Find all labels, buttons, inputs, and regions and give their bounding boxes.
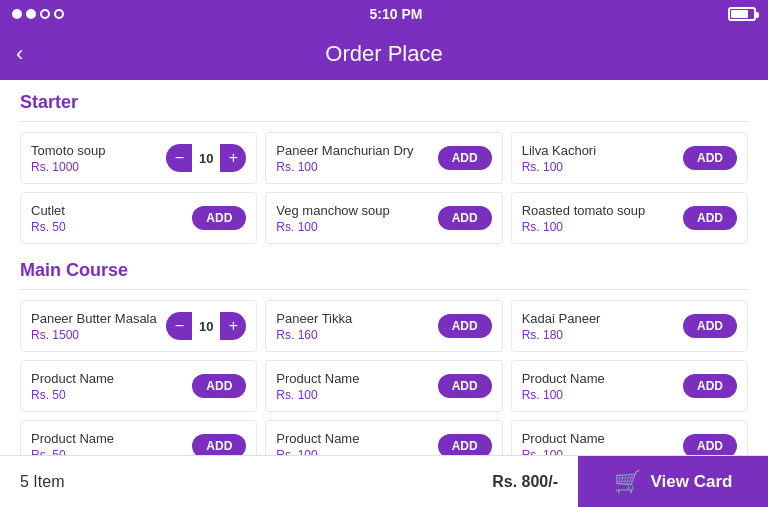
dot-1 [12,9,22,19]
item-price-veg-manchow: Rs. 100 [276,220,389,234]
add-btn-product-3[interactable]: ADD [683,374,737,398]
item-card-cutlet: CutletRs. 50ADD [20,192,257,244]
item-price-tomoto-soup: Rs. 1000 [31,160,105,174]
add-btn-product-6[interactable]: ADD [683,434,737,455]
footer-price: Rs. 800/- [492,473,578,491]
item-card-product-3: Product NameRs. 100ADD [511,360,748,412]
plus-btn-tomoto-soup[interactable]: + [220,144,246,172]
item-price-kadai-paneer: Rs. 180 [522,328,601,342]
item-name-paneer-tikka: Paneer Tikka [276,311,352,326]
view-card-label: View Card [651,472,733,492]
item-name-product-4: Product Name [31,431,114,446]
dot-2 [26,9,36,19]
add-btn-roasted-tomato[interactable]: ADD [683,206,737,230]
item-card-kadai-paneer: Kadai PaneerRs. 180ADD [511,300,748,352]
section-0: StarterTomoto soupRs. 1000−10+Paneer Man… [20,92,748,244]
item-card-product-2: Product NameRs. 100ADD [265,360,502,412]
items-grid-0: Tomoto soupRs. 1000−10+Paneer Manchurian… [20,132,748,244]
minus-btn-tomoto-soup[interactable]: − [166,144,192,172]
item-card-product-5: Product NameRs. 100ADD [265,420,502,455]
item-card-lilva-kachori: Lilva KachoriRs. 100ADD [511,132,748,184]
item-card-paneer-butter: Paneer Butter MasalaRs. 1500−10+ [20,300,257,352]
view-card-button[interactable]: 🛒 View Card [578,456,768,508]
item-info-paneer-manchurian: Paneer Manchurian DryRs. 100 [276,143,413,174]
add-btn-product-5[interactable]: ADD [438,434,492,455]
item-info-veg-manchow: Veg manchow soupRs. 100 [276,203,389,234]
item-price-paneer-manchurian: Rs. 100 [276,160,413,174]
add-btn-product-4[interactable]: ADD [192,434,246,455]
dot-3 [40,9,50,19]
item-price-paneer-tikka: Rs. 160 [276,328,352,342]
section-1: Main CoursePaneer Butter MasalaRs. 1500−… [20,260,748,455]
item-info-lilva-kachori: Lilva KachoriRs. 100 [522,143,596,174]
add-btn-cutlet[interactable]: ADD [192,206,246,230]
footer: 5 Item Rs. 800/- 🛒 View Card [0,455,768,507]
item-info-kadai-paneer: Kadai PaneerRs. 180 [522,311,601,342]
add-btn-paneer-manchurian[interactable]: ADD [438,146,492,170]
item-card-paneer-tikka: Paneer TikkaRs. 160ADD [265,300,502,352]
add-btn-kadai-paneer[interactable]: ADD [683,314,737,338]
add-btn-paneer-tikka[interactable]: ADD [438,314,492,338]
item-price-roasted-tomato: Rs. 100 [522,220,646,234]
item-name-product-5: Product Name [276,431,359,446]
qty-ctrl-tomoto-soup: −10+ [166,144,246,172]
signal-dots [12,9,64,19]
item-price-product-4: Rs. 50 [31,448,114,456]
item-info-product-6: Product NameRs. 100 [522,431,605,456]
battery-icon [728,7,756,21]
page-title: Order Place [325,41,442,67]
add-btn-lilva-kachori[interactable]: ADD [683,146,737,170]
qty-ctrl-paneer-butter: −10+ [166,312,246,340]
item-info-product-5: Product NameRs. 100 [276,431,359,456]
content-area: StarterTomoto soupRs. 1000−10+Paneer Man… [0,80,768,455]
item-info-roasted-tomato: Roasted tomato soupRs. 100 [522,203,646,234]
item-price-product-2: Rs. 100 [276,388,359,402]
item-info-product-4: Product NameRs. 50 [31,431,114,456]
item-name-product-6: Product Name [522,431,605,446]
item-info-paneer-butter: Paneer Butter MasalaRs. 1500 [31,311,157,342]
add-btn-product-1[interactable]: ADD [192,374,246,398]
item-name-veg-manchow: Veg manchow soup [276,203,389,218]
item-price-lilva-kachori: Rs. 100 [522,160,596,174]
add-btn-veg-manchow[interactable]: ADD [438,206,492,230]
item-name-product-3: Product Name [522,371,605,386]
item-price-product-3: Rs. 100 [522,388,605,402]
item-count: 5 Item [20,473,64,490]
items-grid-1: Paneer Butter MasalaRs. 1500−10+Paneer T… [20,300,748,455]
item-card-roasted-tomato: Roasted tomato soupRs. 100ADD [511,192,748,244]
item-info-cutlet: CutletRs. 50 [31,203,66,234]
item-name-product-2: Product Name [276,371,359,386]
plus-btn-paneer-butter[interactable]: + [220,312,246,340]
item-card-product-1: Product NameRs. 50ADD [20,360,257,412]
section-title-1: Main Course [20,260,748,290]
item-name-paneer-butter: Paneer Butter Masala [31,311,157,326]
item-price-cutlet: Rs. 50 [31,220,66,234]
item-info-product-2: Product NameRs. 100 [276,371,359,402]
item-name-kadai-paneer: Kadai Paneer [522,311,601,326]
header: ‹ Order Place [0,28,768,80]
item-info-product-1: Product NameRs. 50 [31,371,114,402]
item-info-tomoto-soup: Tomoto soupRs. 1000 [31,143,105,174]
item-card-tomoto-soup: Tomoto soupRs. 1000−10+ [20,132,257,184]
section-title-0: Starter [20,92,748,122]
qty-val-tomoto-soup: 10 [192,144,220,172]
add-btn-product-2[interactable]: ADD [438,374,492,398]
item-name-roasted-tomato: Roasted tomato soup [522,203,646,218]
dot-4 [54,9,64,19]
qty-val-paneer-butter: 10 [192,312,220,340]
item-price-product-5: Rs. 100 [276,448,359,456]
battery-fill [731,10,748,18]
item-name-lilva-kachori: Lilva Kachori [522,143,596,158]
item-price-product-6: Rs. 100 [522,448,605,456]
status-bar: 5:10 PM [0,0,768,28]
cart-icon: 🛒 [614,469,641,495]
item-info-paneer-tikka: Paneer TikkaRs. 160 [276,311,352,342]
item-price-paneer-butter: Rs. 1500 [31,328,157,342]
item-info-product-3: Product NameRs. 100 [522,371,605,402]
back-button[interactable]: ‹ [16,41,23,67]
minus-btn-paneer-butter[interactable]: − [166,312,192,340]
item-name-cutlet: Cutlet [31,203,66,218]
item-card-paneer-manchurian: Paneer Manchurian DryRs. 100ADD [265,132,502,184]
item-name-product-1: Product Name [31,371,114,386]
footer-left: 5 Item [0,473,492,491]
